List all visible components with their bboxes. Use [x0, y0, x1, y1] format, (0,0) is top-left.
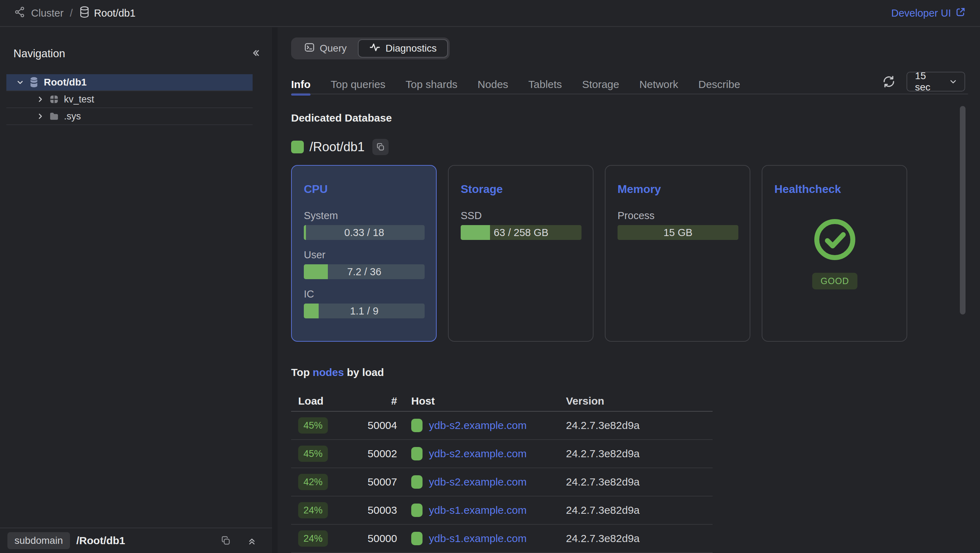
tab-tablets[interactable]: Tablets — [528, 75, 562, 94]
host-link[interactable]: ydb-s2.example.com — [429, 419, 527, 432]
tree-item-kv-test[interactable]: kv_test — [6, 91, 253, 108]
load-badge: 45% — [298, 417, 328, 433]
breadcrumb-database-label: Root/db1 — [94, 7, 136, 19]
diagnostics-tabs-bar: Info Top queries Top shards Nodes Tablet… — [291, 75, 968, 94]
tabs-underline — [291, 94, 968, 94]
sidebar-footer: subdomain /Root/db1 — [0, 528, 272, 553]
bar-value: 0.33 / 18 — [304, 225, 425, 240]
tab-nodes[interactable]: Nodes — [477, 75, 508, 94]
table-row: 45% 50004 ydb-s2.example.com 24.2.7.3e82… — [291, 412, 713, 440]
tab-network[interactable]: Network — [640, 75, 678, 94]
column-number: # — [358, 395, 397, 407]
folder-icon — [49, 112, 59, 121]
table-row: 24% 50000 ydb-s1.example.com 24.2.7.3e82… — [291, 525, 713, 553]
title-suffix: by load — [344, 367, 383, 378]
table-row: 42% 50007 ydb-s2.example.com 24.2.7.3e82… — [291, 468, 713, 496]
table-row: 45% 50002 ydb-s2.example.com 24.2.7.3e82… — [291, 440, 713, 468]
card-title: Healthcheck — [775, 183, 895, 196]
tab-label: Describe — [698, 78, 740, 91]
tree-item-label: Root/db1 — [44, 76, 87, 88]
tree-item-label: .sys — [64, 111, 81, 122]
double-chevron-up-icon[interactable] — [247, 535, 257, 546]
tab-label: Info — [291, 78, 310, 91]
bar-value: 7.2 / 36 — [304, 264, 425, 279]
developer-ui-link[interactable]: Developer UI — [891, 7, 966, 20]
refresh-interval-value: 15 sec — [915, 70, 940, 93]
breadcrumb-cluster-label: Cluster — [31, 7, 64, 19]
tab-info[interactable]: Info — [291, 75, 310, 94]
host-link[interactable]: ydb-s2.example.com — [429, 476, 527, 488]
host-link[interactable]: ydb-s1.example.com — [429, 532, 527, 545]
host-link[interactable]: ydb-s2.example.com — [429, 448, 527, 460]
tab-label: Top shards — [406, 78, 458, 91]
node-version: 24.2.7.3e82d9a — [566, 504, 713, 516]
node-id: 50007 — [358, 476, 397, 488]
tab-query-label: Query — [320, 43, 347, 54]
tab-top-queries[interactable]: Top queries — [331, 75, 385, 94]
tab-diagnostics[interactable]: Diagnostics — [358, 39, 448, 57]
tab-describe[interactable]: Describe — [698, 75, 740, 94]
host-cell: ydb-s2.example.com — [397, 475, 566, 489]
check-circle-icon — [813, 218, 857, 263]
chevron-right-icon[interactable] — [35, 112, 46, 121]
memory-card[interactable]: Memory Process 15 GB — [605, 165, 750, 342]
navigation-sidebar: Navigation — [0, 27, 272, 553]
table-header: Load # Host Version — [291, 391, 713, 412]
refresh-interval-select[interactable]: 15 sec — [907, 72, 965, 91]
nodes-link[interactable]: nodes — [313, 367, 344, 378]
host-cell: ydb-s1.example.com — [397, 504, 566, 517]
node-id: 50003 — [358, 504, 397, 516]
healthcheck-card[interactable]: Healthcheck GOOD — [762, 165, 907, 342]
double-chevron-left-icon — [250, 47, 261, 60]
breadcrumb-database[interactable]: Root/db1 — [79, 6, 136, 21]
tab-top-shards[interactable]: Top shards — [406, 75, 458, 94]
card-title: CPU — [304, 183, 425, 196]
tab-query[interactable]: Query — [293, 39, 358, 57]
tree-item-sys[interactable]: .sys — [6, 108, 253, 125]
mode-switch: Query Diagnostics — [291, 37, 450, 59]
metric-label: Process — [617, 210, 738, 222]
table-icon — [49, 94, 59, 104]
refresh-icon[interactable] — [882, 75, 896, 89]
breadcrumb-cluster[interactable]: Cluster — [14, 6, 64, 21]
chevron-down-icon[interactable] — [15, 78, 25, 87]
column-version: Version — [566, 395, 713, 407]
sidebar-collapse-button[interactable] — [250, 47, 261, 60]
tab-label: Tablets — [528, 78, 562, 91]
tab-label: Storage — [582, 78, 619, 91]
tab-label: Nodes — [477, 78, 508, 91]
storage-card[interactable]: Storage SSD 63 / 258 GB — [448, 165, 593, 342]
database-status-indicator — [291, 141, 304, 153]
load-badge: 24% — [298, 502, 328, 518]
database-icon — [29, 76, 39, 88]
top-nodes-table: Load # Host Version 45% 50004 ydb-s2.exa… — [291, 391, 713, 553]
cpu-system-bar: 0.33 / 18 — [304, 225, 425, 240]
node-id: 50004 — [358, 419, 397, 432]
tab-diagnostics-label: Diagnostics — [385, 43, 437, 54]
cluster-icon — [14, 6, 26, 21]
host-link[interactable]: ydb-s1.example.com — [429, 504, 527, 516]
column-load: Load — [291, 395, 358, 407]
navigation-tree: Root/db1 kv_test — [0, 74, 272, 125]
breadcrumb: Cluster / Root/db1 — [14, 6, 136, 21]
sidebar-main-divider — [272, 27, 278, 553]
node-version: 24.2.7.3e82d9a — [566, 448, 713, 460]
node-status-indicator — [411, 532, 423, 545]
node-version: 24.2.7.3e82d9a — [566, 476, 713, 488]
chevron-right-icon[interactable] — [35, 95, 46, 104]
breadcrumb-separator: / — [68, 7, 74, 19]
vertical-scrollbar[interactable] — [960, 106, 966, 314]
copy-icon[interactable] — [220, 535, 231, 546]
copy-path-button[interactable] — [372, 139, 388, 155]
tab-storage[interactable]: Storage — [582, 75, 619, 94]
node-version: 24.2.7.3e82d9a — [566, 419, 713, 432]
cpu-card[interactable]: CPU System 0.33 / 18 User 7.2 / 36 IC 1.… — [291, 165, 437, 342]
host-cell: ydb-s2.example.com — [397, 419, 566, 432]
node-status-indicator — [411, 504, 423, 517]
title-prefix: Top — [291, 367, 313, 378]
healthcheck-status-badge: GOOD — [812, 273, 858, 289]
host-cell: ydb-s1.example.com — [397, 532, 566, 545]
tree-item-root-db1[interactable]: Root/db1 — [6, 74, 253, 91]
metrics-cards: CPU System 0.33 / 18 User 7.2 / 36 IC 1.… — [291, 165, 980, 342]
database-icon — [79, 6, 90, 21]
